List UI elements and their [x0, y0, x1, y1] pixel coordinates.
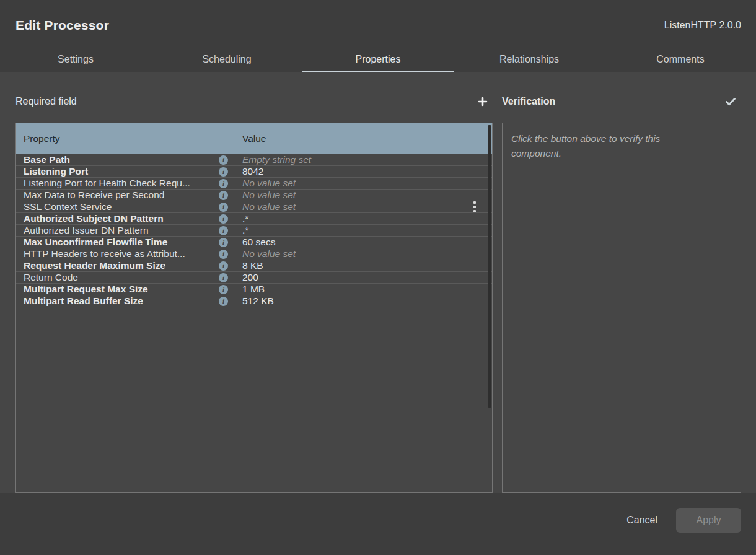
tab-relationships[interactable]: Relationships — [454, 46, 605, 72]
property-name: Listening Port for Health Check Requ... — [16, 178, 213, 189]
row-menu-icon[interactable] — [473, 201, 476, 212]
property-value[interactable]: 8 KB — [242, 260, 492, 271]
check-icon — [725, 97, 736, 107]
add-property-button[interactable] — [473, 94, 493, 109]
dialog-footer: Cancel Apply — [0, 493, 756, 555]
edit-processor-dialog: Edit Processor ListenHTTP 2.0.0 Settings… — [0, 0, 756, 555]
property-name: Base Path — [16, 154, 213, 165]
page-title: Edit Processor — [15, 18, 109, 33]
dialog-content: Required field Property Value Base Pathi… — [0, 72, 756, 493]
property-name: Authorized Issuer DN Pattern — [16, 225, 213, 236]
processor-type-version: ListenHTTP 2.0.0 — [664, 20, 741, 31]
info-icon[interactable]: i — [219, 226, 228, 235]
table-row[interactable]: Authorized Issuer DN Patterni.* — [16, 224, 492, 236]
properties-column: Required field Property Value Base Pathi… — [15, 72, 493, 493]
property-value[interactable]: .* — [242, 225, 492, 236]
tab-comments[interactable]: Comments — [605, 46, 756, 72]
property-name: Max Data to Receive per Second — [16, 190, 213, 201]
table-body: Base PathiEmpty string setListening Port… — [16, 154, 492, 307]
column-header-property: Property — [16, 133, 221, 144]
table-row[interactable]: Max Unconfirmed Flowfile Timei60 secs — [16, 236, 492, 248]
info-icon[interactable]: i — [219, 203, 228, 212]
table-row[interactable]: Return Codei200 — [16, 271, 492, 283]
info-icon[interactable]: i — [219, 250, 228, 259]
plus-icon — [478, 97, 488, 107]
apply-button[interactable]: Apply — [676, 508, 741, 533]
table-row[interactable]: Authorized Subject DN Patterni.* — [16, 212, 492, 224]
table-row[interactable]: Base PathiEmpty string set — [16, 154, 492, 165]
info-icon[interactable]: i — [219, 238, 228, 247]
required-field-label: Required field — [15, 96, 77, 107]
table-header-row: Property Value — [16, 123, 492, 154]
property-name: Request Header Maximum Size — [16, 260, 213, 271]
verification-label: Verification — [502, 96, 555, 107]
property-name: HTTP Headers to receive as Attribut... — [16, 248, 213, 260]
property-name: Return Code — [16, 272, 213, 283]
tab-bar: SettingsSchedulingPropertiesRelationship… — [0, 46, 756, 72]
info-icon[interactable]: i — [219, 297, 228, 306]
property-value[interactable]: No value set — [242, 201, 473, 212]
info-icon[interactable]: i — [219, 273, 228, 282]
property-value[interactable]: No value set — [242, 190, 492, 201]
table-row[interactable]: Max Data to Receive per SecondiNo value … — [16, 189, 492, 201]
property-name: Max Unconfirmed Flowfile Time — [16, 237, 213, 248]
dialog-header: Edit Processor ListenHTTP 2.0.0 Settings… — [0, 0, 756, 72]
property-value[interactable]: 60 secs — [242, 237, 492, 248]
property-value[interactable]: .* — [242, 213, 492, 224]
table-row[interactable]: Request Header Maximum Sizei8 KB — [16, 260, 492, 271]
column-header-value: Value — [242, 133, 266, 144]
table-row[interactable]: Listening Porti8042 — [16, 165, 492, 177]
verify-button[interactable] — [720, 94, 741, 109]
verification-message: Click the button above to verify this co… — [511, 131, 710, 161]
property-value[interactable]: Empty string set — [242, 154, 492, 165]
tab-scheduling[interactable]: Scheduling — [151, 46, 302, 72]
property-value[interactable]: 512 KB — [242, 295, 492, 307]
property-value[interactable]: 200 — [242, 272, 492, 283]
property-name: Authorized Subject DN Pattern — [16, 213, 213, 224]
property-name: Multipart Request Max Size — [16, 284, 213, 295]
table-scrollbar[interactable] — [488, 125, 491, 408]
table-row[interactable]: Multipart Read Buffer Sizei512 KB — [16, 295, 492, 307]
info-icon[interactable]: i — [219, 214, 228, 224]
info-icon[interactable]: i — [219, 191, 228, 200]
tab-settings[interactable]: Settings — [0, 46, 151, 72]
info-icon[interactable]: i — [219, 155, 228, 165]
table-row[interactable]: HTTP Headers to receive as Attribut...iN… — [16, 248, 492, 260]
property-name: Listening Port — [16, 166, 213, 177]
verification-column: Verification Click the button above to v… — [502, 72, 741, 493]
info-icon[interactable]: i — [219, 285, 228, 294]
property-name: Multipart Read Buffer Size — [16, 295, 213, 307]
info-icon[interactable]: i — [219, 167, 228, 177]
property-value[interactable]: No value set — [242, 248, 492, 260]
info-icon[interactable]: i — [219, 261, 228, 271]
verification-panel: Click the button above to verify this co… — [502, 123, 741, 493]
table-row[interactable]: SSL Context ServiceiNo value set — [16, 201, 492, 212]
property-name: SSL Context Service — [16, 201, 213, 212]
table-row[interactable]: Multipart Request Max Sizei1 MB — [16, 283, 492, 295]
property-value[interactable]: 8042 — [242, 166, 492, 177]
cancel-button[interactable]: Cancel — [624, 510, 660, 531]
properties-table: Property Value Base PathiEmpty string se… — [15, 123, 493, 493]
property-value[interactable]: 1 MB — [242, 284, 492, 295]
tab-properties[interactable]: Properties — [302, 46, 454, 72]
table-row[interactable]: Listening Port for Health Check Requ...i… — [16, 177, 492, 189]
property-value[interactable]: No value set — [242, 178, 492, 189]
info-icon[interactable]: i — [219, 179, 228, 188]
